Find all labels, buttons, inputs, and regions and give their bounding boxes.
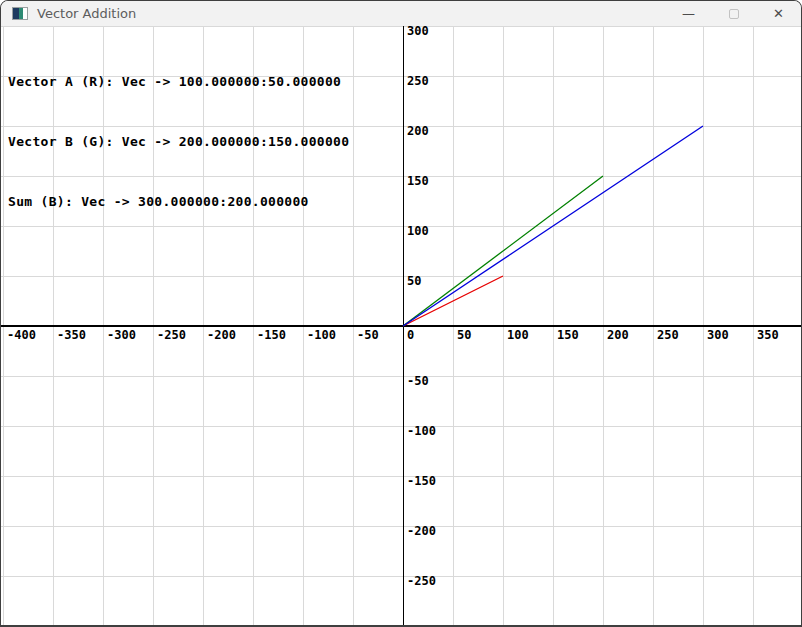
- x-tick-label: -350: [57, 328, 86, 342]
- x-tick-label: 350: [757, 328, 779, 342]
- y-tick-label: 50: [407, 274, 421, 288]
- minimize-icon: —: [682, 6, 695, 21]
- x-tick-label: -100: [307, 328, 336, 342]
- y-tick-label: -250: [407, 574, 436, 588]
- y-tick-label: 200: [407, 124, 429, 138]
- vector-sum-readout: Sum (B): Vec -> 300.000000:200.000000: [8, 192, 349, 212]
- y-tick-label: -100: [407, 424, 436, 438]
- x-tick-label: -300: [107, 328, 136, 342]
- app-window: Vector Addition — ✕ -400-350-300-250-200…: [0, 0, 802, 627]
- x-tick-label: 200: [607, 328, 629, 342]
- y-tick-label: 150: [407, 174, 429, 188]
- x-tick-label: -150: [257, 328, 286, 342]
- x-tick-label: 100: [507, 328, 529, 342]
- y-tick-label: 300: [407, 26, 429, 38]
- x-tick-label: -400: [7, 328, 36, 342]
- vector-readout: Vector A (R): Vec -> 100.000000:50.00000…: [8, 32, 349, 252]
- title-bar: Vector Addition — ✕: [1, 1, 801, 26]
- x-tick-label: 150: [557, 328, 579, 342]
- y-tick-label: -50: [407, 374, 429, 388]
- x-tick-label: 50: [457, 328, 471, 342]
- x-tick-label: -250: [157, 328, 186, 342]
- maximize-icon: [729, 9, 739, 19]
- x-tick-label: 250: [657, 328, 679, 342]
- x-tick-label: -200: [207, 328, 236, 342]
- vector-a-readout: Vector A (R): Vec -> 100.000000:50.00000…: [8, 72, 349, 92]
- y-tick-label: 250: [407, 74, 429, 88]
- y-tick-label: -200: [407, 524, 436, 538]
- close-button[interactable]: ✕: [756, 1, 801, 26]
- x-tick-label: 0: [407, 328, 414, 342]
- window-controls: — ✕: [666, 1, 801, 26]
- close-icon: ✕: [773, 6, 784, 21]
- window-title: Vector Addition: [37, 6, 136, 21]
- app-icon: [12, 7, 28, 20]
- title-bar-left: Vector Addition: [1, 6, 666, 21]
- y-tick-label: 100: [407, 224, 429, 238]
- minimize-button[interactable]: —: [666, 1, 711, 26]
- y-tick-label: -150: [407, 474, 436, 488]
- vector-b-readout: Vector B (G): Vec -> 200.000000:150.0000…: [8, 132, 349, 152]
- maximize-button: [711, 1, 756, 26]
- app-icon-white-stripe: [23, 8, 27, 19]
- x-tick-label: -50: [357, 328, 379, 342]
- x-tick-label: 300: [707, 328, 729, 342]
- plot-area: -400-350-300-250-200-150-100-50050100150…: [1, 26, 801, 625]
